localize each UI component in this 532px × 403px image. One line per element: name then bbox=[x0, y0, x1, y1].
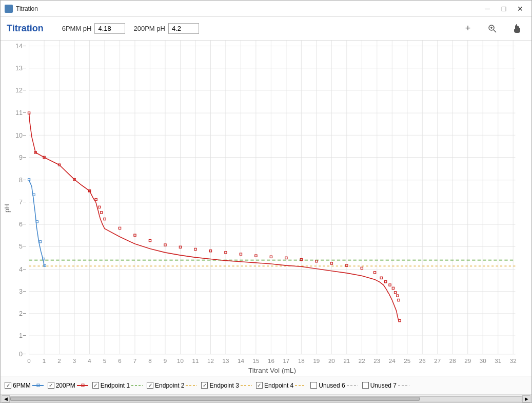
svg-text:29: 29 bbox=[464, 358, 471, 364]
svg-text:7−: 7− bbox=[19, 199, 26, 206]
legend-checkbox-6pmm[interactable] bbox=[5, 382, 11, 389]
svg-text:13: 13 bbox=[222, 358, 229, 364]
svg-text:0: 0 bbox=[27, 358, 30, 364]
legend-item-6pmm: 6PMM bbox=[5, 382, 44, 389]
svg-text:8: 8 bbox=[148, 358, 151, 364]
svg-text:32: 32 bbox=[510, 358, 517, 364]
title-bar: Titration ─ □ ✕ bbox=[1, 1, 531, 17]
legend-label-unused7: Unused 7 bbox=[370, 382, 397, 389]
legend-label-ep1: Endpoint 1 bbox=[101, 382, 130, 389]
svg-text:28: 28 bbox=[449, 358, 456, 364]
zoom-icon bbox=[488, 24, 497, 33]
minimize-button[interactable]: ─ bbox=[480, 3, 495, 14]
svg-line-1 bbox=[494, 30, 496, 32]
scrollbar-thumb[interactable] bbox=[10, 397, 420, 401]
svg-text:2: 2 bbox=[57, 358, 61, 364]
legend-checkbox-200pm[interactable] bbox=[48, 382, 54, 389]
legend-label-unused6: Unused 6 bbox=[319, 382, 345, 389]
scrollbar-right[interactable]: ▶ bbox=[522, 395, 530, 402]
svg-text:9: 9 bbox=[164, 358, 167, 364]
legend-item-ep1: Endpoint 1 bbox=[92, 382, 143, 389]
svg-text:14: 14 bbox=[238, 358, 244, 364]
field2-input[interactable] bbox=[168, 23, 199, 34]
svg-text:4−: 4− bbox=[19, 266, 26, 273]
svg-rect-7 bbox=[13, 41, 531, 376]
zoom-button[interactable] bbox=[484, 21, 501, 37]
legend-item-ep2: Endpoint 2 bbox=[147, 382, 197, 389]
svg-text:23: 23 bbox=[373, 358, 380, 364]
chart-area: pH bbox=[1, 41, 531, 402]
svg-text:26: 26 bbox=[419, 358, 426, 364]
svg-text:12−: 12− bbox=[15, 87, 26, 94]
legend-line-200pm bbox=[77, 382, 88, 389]
legend-label-6pmm: 6PMM bbox=[13, 382, 31, 389]
window-controls: ─ □ ✕ bbox=[480, 3, 527, 14]
y-axis-label: pH bbox=[1, 41, 13, 376]
legend-checkbox-unused7[interactable] bbox=[362, 382, 369, 389]
scrollbar[interactable]: ◀ ▶ bbox=[1, 394, 531, 402]
svg-text:1: 1 bbox=[43, 358, 46, 364]
legend-label-ep2: Endpoint 2 bbox=[155, 382, 184, 389]
legend-line-6pmm bbox=[32, 382, 44, 389]
field2-label: 200PM pH bbox=[133, 25, 165, 32]
legend-checkbox-ep3[interactable] bbox=[201, 382, 208, 389]
svg-text:31: 31 bbox=[495, 358, 501, 364]
svg-text:4: 4 bbox=[88, 358, 91, 364]
svg-text:0−: 0− bbox=[19, 351, 26, 358]
svg-text:7: 7 bbox=[133, 358, 136, 364]
legend-item-200pm: 200PM bbox=[48, 382, 88, 389]
legend-item-ep4: Endpoint 4 bbox=[256, 382, 306, 389]
svg-text:15: 15 bbox=[252, 358, 259, 364]
legend-line-ep4 bbox=[295, 382, 306, 389]
svg-text:27: 27 bbox=[434, 358, 441, 364]
add-button[interactable]: + bbox=[460, 21, 476, 37]
svg-text:25: 25 bbox=[404, 358, 410, 364]
hand-icon bbox=[512, 24, 522, 34]
legend-label-ep4: Endpoint 4 bbox=[264, 382, 293, 389]
chart-svg: 14− 13− 12− 11− 10− 9− 8− 7− 6− 5− 4− 3−… bbox=[13, 41, 531, 376]
legend-line-unused7 bbox=[398, 382, 409, 389]
maximize-button[interactable]: □ bbox=[497, 3, 511, 14]
svg-text:11−: 11− bbox=[15, 109, 26, 117]
app-icon bbox=[5, 5, 13, 13]
main-window: Titration ─ □ ✕ Titration 6PMM pH 200PM … bbox=[0, 0, 532, 403]
svg-text:3−: 3− bbox=[19, 288, 26, 295]
legend-label-ep3: Endpoint 3 bbox=[209, 382, 239, 389]
svg-text:30: 30 bbox=[480, 358, 486, 364]
legend-label-200pm: 200PM bbox=[56, 382, 75, 389]
svg-text:10−: 10− bbox=[15, 132, 26, 139]
legend-item-unused6: Unused 6 bbox=[310, 382, 358, 389]
scrollbar-track[interactable] bbox=[10, 396, 522, 401]
field2-group: 200PM pH bbox=[133, 23, 199, 34]
window-title: Titration bbox=[16, 5, 480, 12]
legend-checkbox-ep4[interactable] bbox=[256, 382, 263, 389]
svg-text:18: 18 bbox=[298, 358, 305, 364]
legend-bar: 6PMM 200PM Endpoint 1 bbox=[1, 376, 531, 394]
svg-text:16: 16 bbox=[268, 358, 274, 364]
svg-text:5: 5 bbox=[103, 358, 106, 364]
toolbar: Titration 6PMM pH 200PM pH + bbox=[1, 17, 531, 41]
legend-checkbox-ep1[interactable] bbox=[92, 382, 99, 389]
svg-text:20: 20 bbox=[328, 358, 335, 364]
legend-checkbox-ep2[interactable] bbox=[147, 382, 153, 389]
svg-text:14−: 14− bbox=[15, 43, 26, 50]
legend-line-ep2 bbox=[186, 382, 197, 389]
chart-container: pH bbox=[1, 41, 531, 376]
field1-label: 6PMM pH bbox=[62, 25, 92, 32]
field1-input[interactable] bbox=[94, 23, 125, 34]
svg-text:12: 12 bbox=[207, 358, 214, 364]
svg-text:9−: 9− bbox=[19, 154, 26, 161]
legend-line-ep3 bbox=[241, 382, 252, 389]
legend-checkbox-unused6[interactable] bbox=[310, 382, 317, 389]
legend-item-unused7: Unused 7 bbox=[362, 382, 409, 389]
app-title: Titration bbox=[7, 23, 44, 34]
svg-text:19: 19 bbox=[313, 358, 320, 364]
svg-text:13−: 13− bbox=[15, 65, 26, 72]
svg-text:1−: 1− bbox=[19, 332, 26, 339]
chart-inner[interactable]: 14− 13− 12− 11− 10− 9− 8− 7− 6− 5− 4− 3−… bbox=[13, 41, 531, 376]
pan-button[interactable] bbox=[509, 21, 525, 37]
svg-text:2−: 2− bbox=[19, 310, 26, 317]
scrollbar-left[interactable]: ◀ bbox=[2, 395, 10, 402]
close-button[interactable]: ✕ bbox=[513, 3, 527, 14]
legend-line-unused6 bbox=[347, 382, 358, 389]
